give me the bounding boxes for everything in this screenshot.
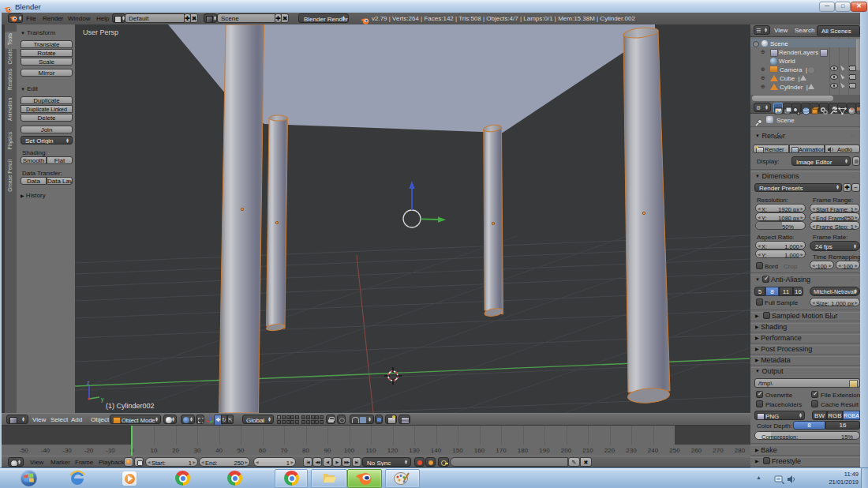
svg-text:z: z (87, 380, 90, 385)
svg-text:y: y (101, 396, 104, 403)
svg-text:(1) Cylinder002: (1) Cylinder002 (106, 402, 155, 410)
svg-text:User Persp: User Persp (83, 28, 118, 36)
